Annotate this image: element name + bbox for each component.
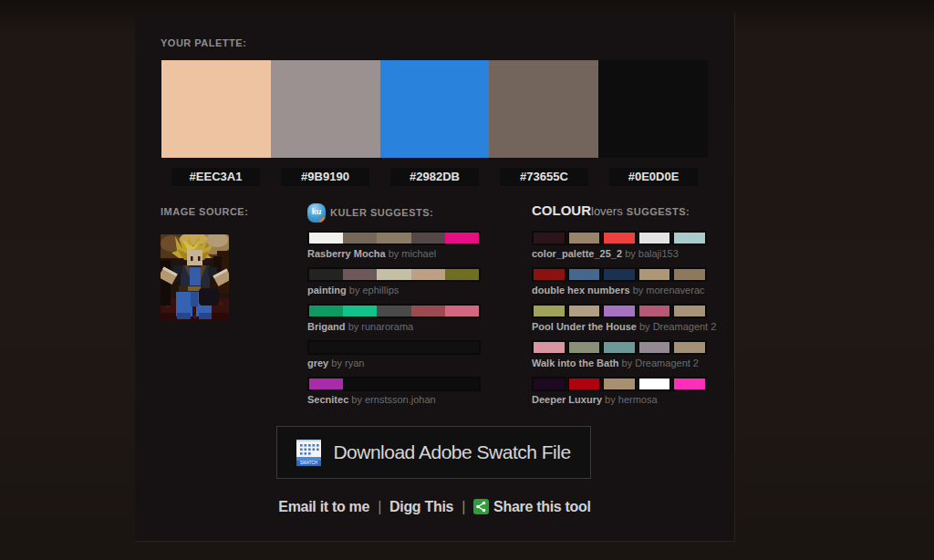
svg-text:SWATCH: SWATCH bbox=[300, 461, 317, 465]
